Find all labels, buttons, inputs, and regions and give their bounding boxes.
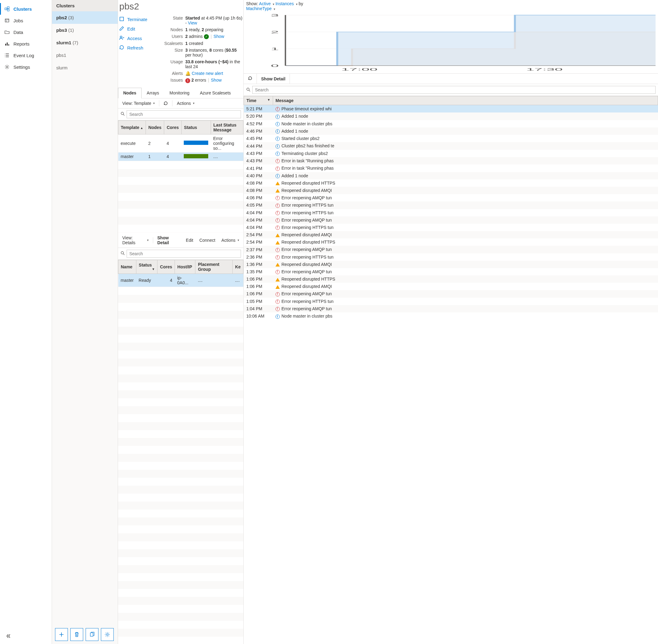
svg-rect-4 [5, 44, 6, 46]
event-row[interactable]: 1:36 PMReopened disrupted AMQI [244, 261, 658, 268]
show-active-dropdown[interactable]: Active ▾ [259, 1, 274, 6]
refresh-button[interactable]: Refresh [119, 43, 164, 52]
show-issues-link[interactable]: Show [211, 78, 222, 83]
col-ke[interactable]: Ke [233, 260, 243, 274]
tab-nodes[interactable]: Nodes [118, 88, 141, 98]
label-users: Users [164, 34, 185, 39]
col-nodes[interactable]: Nodes [146, 120, 164, 134]
event-row[interactable]: 10:06 AMiNode master in cluster pbs [244, 313, 658, 320]
table-row[interactable]: master14.... [118, 152, 243, 161]
issues-text: errors [194, 78, 206, 83]
event-row[interactable]: 4:04 PM!Error reopening AMQP tun [244, 216, 658, 224]
table-row[interactable]: masterReady4ip-0A0........... [118, 274, 243, 287]
table-row[interactable]: execute24Error configuring so... [118, 134, 243, 152]
cluster-item[interactable]: slurm1 (7) [52, 37, 118, 49]
clusters-icon [4, 6, 10, 12]
events-search-input[interactable] [252, 86, 656, 94]
col-name[interactable]: Name [118, 260, 136, 274]
event-row[interactable]: 4:52 PMiNode master in cluster pbs [244, 120, 658, 128]
event-row[interactable]: 1:06 PMReopened disrupted AMQI [244, 283, 658, 290]
tab-monitoring[interactable]: Monitoring [164, 88, 195, 98]
machinetype-dropdown[interactable]: MachineType ▾ [246, 6, 275, 11]
col-status[interactable]: Status [181, 120, 211, 134]
event-row[interactable]: 4:43 PM!Error in task "Running phas [244, 157, 658, 164]
col-pg[interactable]: Placement Group [196, 260, 233, 274]
event-row[interactable]: 1:05 PM!Error reopening HTTPS tun [244, 298, 658, 305]
size-inst: 3 [185, 48, 188, 52]
nav-reports[interactable]: Reports [0, 38, 52, 49]
nav-eventlog[interactable]: Event Log [0, 49, 52, 61]
event-row[interactable]: 4:44 PMiCluster pbs2 has finished te [244, 142, 658, 150]
event-row[interactable]: 4:08 PMReopened disrupted AMQI [244, 187, 658, 194]
detail-search-input[interactable] [127, 250, 241, 258]
event-row[interactable]: 4:08 PMReopened disrupted HTTPS [244, 179, 658, 187]
edit-button[interactable]: Edit [119, 24, 164, 33]
cluster-panel: Clusters pbs2 (3)pbs3 (1)slurm1 (7)pbs1 … [52, 0, 118, 644]
col-cores[interactable]: Cores [164, 120, 182, 134]
col-message[interactable]: Message [273, 96, 658, 105]
event-row[interactable]: 5:21 PM!Phase timeout expired whi [244, 105, 658, 113]
copy-cluster-button[interactable] [86, 628, 98, 641]
event-row[interactable]: 2:54 PMReopened disrupted HTTPS [244, 238, 658, 246]
event-row[interactable]: 2:37 PM!Error reopening AMQP tun [244, 246, 658, 253]
terminate-button[interactable]: Terminate [119, 15, 164, 24]
event-row[interactable]: 1:35 PM!Error reopening AMQP tun [244, 268, 658, 275]
add-cluster-button[interactable] [55, 628, 68, 641]
cluster-item[interactable]: pbs1 [52, 49, 118, 62]
event-row[interactable]: 4:40 PMiAdded 1 node [244, 172, 658, 179]
action-label: Terminate [127, 17, 148, 22]
cluster-item[interactable]: slurm [52, 62, 118, 74]
col-template[interactable]: Template▲ [118, 120, 146, 134]
collapse-nav-button[interactable] [5, 633, 11, 640]
view-template-dropdown[interactable]: View: Template▾ [120, 100, 157, 107]
actions-label: Actions [177, 101, 191, 106]
event-row[interactable]: 4:41 PM!Error in task "Running phas [244, 164, 658, 172]
tab-scalesets[interactable]: Azure Scalesets [195, 88, 236, 98]
refresh-grid-button[interactable] [162, 100, 170, 107]
show-detail-events-button[interactable]: Show Detail [257, 74, 290, 84]
actions-dropdown[interactable]: Actions▾ [175, 100, 196, 107]
col-time[interactable]: Time▼ [244, 96, 273, 105]
nodes-search-input[interactable] [127, 110, 241, 118]
access-button[interactable]: Access [119, 33, 164, 43]
refresh-events-button[interactable] [244, 74, 257, 84]
event-row[interactable]: 1:06 PMReopened disrupted HTTPS [244, 275, 658, 283]
tab-arrays[interactable]: Arrays [141, 88, 164, 98]
show-instances-dropdown[interactable]: Instances ▾ [275, 1, 297, 6]
connect-button[interactable]: Connect [198, 236, 217, 244]
cluster-item[interactable]: pbs3 (1) [52, 24, 118, 37]
event-row[interactable]: 4:06 PM!Error reopening AMQP tun [244, 194, 658, 202]
show-users-link[interactable]: Show [213, 34, 224, 39]
event-row[interactable]: 4:04 PM!Error reopening HTTPS tun [244, 209, 658, 216]
event-row[interactable]: 4:45 PMiStarted cluster pbs2 [244, 135, 658, 142]
view-label: View: Details [122, 235, 145, 245]
view-details-dropdown[interactable]: View: Details▾ [120, 234, 151, 246]
event-row[interactable]: 4:05 PM!Error reopening HTTPS tun [244, 202, 658, 209]
nav-jobs[interactable]: Jobs [0, 15, 52, 26]
cluster-item[interactable]: pbs2 (3) [52, 11, 118, 24]
event-row[interactable]: 2:54 PMReopened disrupted AMQI [244, 231, 658, 238]
event-row[interactable]: 4:43 PMiTerminating cluster pbs2 [244, 150, 658, 157]
event-row[interactable]: 4:46 PMiAdded 1 node [244, 128, 658, 135]
event-row[interactable]: 1:04 PM!Error reopening AMQP tun [244, 305, 658, 313]
col-host[interactable]: Host/IP [175, 260, 196, 274]
node-actions-dropdown[interactable]: Actions▾ [220, 236, 241, 244]
nav-settings[interactable]: Settings [0, 61, 52, 73]
settings-cluster-button[interactable] [101, 628, 114, 641]
col-cores[interactable]: Cores [157, 260, 175, 274]
event-row[interactable]: 4:04 PM!Error reopening HTTPS tun [244, 224, 658, 231]
sort-asc-icon: ▲ [140, 126, 143, 130]
event-row[interactable]: 2:36 PM!Error reopening HTTPS tun [244, 253, 658, 261]
create-alert-link[interactable]: Create new alert [192, 71, 223, 76]
col-status[interactable]: Status▼ [136, 260, 157, 274]
show-detail-button[interactable]: Show Detail [156, 234, 182, 246]
delete-cluster-button[interactable] [70, 628, 83, 641]
event-row[interactable]: 1:06 PM!Error reopening AMQP tun [244, 290, 658, 297]
nav-data[interactable]: Data [0, 26, 52, 38]
edit-node-button[interactable]: Edit [184, 236, 195, 244]
view-link[interactable]: View [188, 21, 197, 25]
nav-clusters[interactable]: Clusters [0, 3, 52, 15]
event-row[interactable]: 5:20 PMiAdded 1 node [244, 113, 658, 120]
size-t2: cores ( [211, 48, 226, 52]
col-msg[interactable]: Last Status Message [211, 120, 243, 134]
